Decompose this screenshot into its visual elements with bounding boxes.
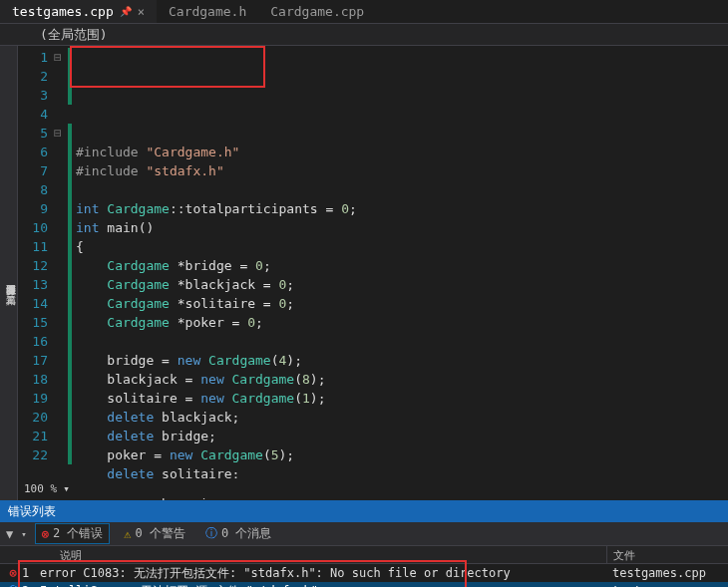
fold-toggle-icon[interactable]: ⊟ [54,48,68,67]
code-line[interactable]: #include "Cardgame.h" [68,143,728,161]
fold-spacer [54,332,68,351]
fold-spacer [54,218,68,237]
error-list-header[interactable]: 错误列表 [0,500,728,522]
line-number: 5 [18,124,48,143]
code-line[interactable]: #include "stdafx.h" [68,161,728,180]
error-icon: ⊗ [0,566,22,580]
filter-icon[interactable]: ▼ [6,527,13,541]
fold-spacer [54,86,68,105]
annotation-box [70,46,265,88]
code-area[interactable]: #include "Cardgame.h"#include "stdafx.h"… [68,46,728,474]
error-icon: ⊗ [42,527,49,541]
change-marker [68,48,72,105]
line-number: 17 [18,351,48,370]
fold-spacer [54,256,68,275]
code-line[interactable]: delete bridge; [68,427,728,445]
fold-spacer [54,105,68,124]
code-line[interactable] [68,332,728,351]
line-number: 1 [18,48,48,67]
code-line[interactable]: Cardgame *poker = 0; [68,313,728,332]
line-number: 11 [18,237,48,256]
fold-spacer [54,427,68,445]
code-line[interactable]: int main() [68,218,728,237]
line-number: 6 [18,143,48,161]
messages-filter-button[interactable]: ⓘ 0 个消息 [199,524,277,543]
errors-count: 2 个错误 [53,525,103,542]
line-number: 19 [18,389,48,408]
fold-spacer [54,143,68,161]
fold-toggle-icon[interactable]: ⊟ [54,124,68,143]
tab-cardgame-h[interactable]: Cardgame.h [157,0,258,23]
line-number: 21 [18,427,48,445]
zoom-value: 100 % [24,482,57,495]
line-gutter: 12345678910111213141516171819202122 [18,46,54,474]
fold-spacer [54,370,68,389]
fold-spacer [54,275,68,294]
error-description: IntelliSense: 无法打开 源 文件 "stdafx.h" [36,583,602,588]
pin-icon[interactable]: 📌 [120,6,132,17]
tab-bar: testgames.cpp📌×Cardgame.hCardgame.cpp [0,0,728,24]
change-marker [68,124,72,464]
fold-spacer [54,351,68,370]
line-number: 13 [18,275,48,294]
error-list-toolbar: ▼ ▾ ⊗ 2 个错误 ⚠ 0 个警告 ⓘ 0 个消息 [0,522,728,546]
fold-column[interactable]: ⊟ ⊟ [54,46,68,474]
tab-label: testgames.cpp [12,4,114,19]
code-line[interactable]: Cardgame *bridge = 0; [68,256,728,275]
info-icon: ⓘ [205,525,217,542]
error-list-title: 错误列表 [8,504,56,518]
code-line[interactable] [68,180,728,199]
warnings-count: 0 个警告 [136,525,185,542]
close-icon[interactable]: × [138,5,145,19]
code-line[interactable]: blackjack = new Cardgame(8); [68,370,728,389]
code-line[interactable]: poker = new Cardgame(5); [68,445,728,464]
line-number: 2 [18,67,48,86]
code-line[interactable]: Cardgame *solitaire = 0; [68,294,728,313]
code-line[interactable]: delete blackjack; [68,408,728,427]
left-tool-label: 服务器资源管理器 工具箱 [5,277,16,288]
fold-spacer [54,389,68,408]
line-number: 7 [18,161,48,180]
dropdown-icon[interactable]: ▾ [21,529,26,539]
code-line[interactable]: solitaire = new Cardgame(1); [68,389,728,408]
col-description[interactable]: 说明 [0,546,606,563]
error-list-body: ⊗1error C1083: 无法打开包括文件: "stdafx.h": No … [0,564,728,587]
fold-spacer [54,67,68,86]
fold-spacer [54,180,68,199]
line-number: 20 [18,408,48,427]
tab-testgames-cpp[interactable]: testgames.cpp📌× [0,0,157,23]
code-line[interactable]: Cardgame *blackjack = 0; [68,275,728,294]
code-editor[interactable]: 12345678910111213141516171819202122 ⊟ ⊟ … [18,46,728,474]
error-file: testgames.cpp [602,566,728,580]
line-number: 4 [18,105,48,124]
fold-spacer [54,161,68,180]
line-number: 9 [18,199,48,218]
messages-count: 0 个消息 [221,525,271,542]
tab-label: Cardgame.cpp [270,4,364,19]
code-line[interactable]: int Cardgame::totalparticipants = 0; [68,199,728,218]
fold-spacer [54,313,68,332]
line-number: 22 [18,445,48,464]
dropdown-icon[interactable]: ▾ [63,482,70,495]
left-tool-strip[interactable]: 服务器资源管理器 工具箱 [0,46,18,514]
errors-filter-button[interactable]: ⊗ 2 个错误 [35,523,111,544]
tab-cardgame-cpp[interactable]: Cardgame.cpp [258,0,376,23]
fold-spacer [54,408,68,427]
line-number: 18 [18,370,48,389]
scope-dropdown[interactable]: (全局范围) [0,24,728,46]
error-list-columns: 说明 文件 [0,546,728,564]
line-number: 15 [18,313,48,332]
col-file[interactable]: 文件 [606,546,728,563]
error-row[interactable]: ⊗1error C1083: 无法打开包括文件: "stdafx.h": No … [0,564,728,582]
code-line[interactable]: { [68,237,728,256]
scope-label: (全局范围) [40,26,108,44]
zoom-bar[interactable]: 100 % ▾ [18,478,728,498]
line-number: 12 [18,256,48,275]
error-row[interactable]: 🛈2IntelliSense: 无法打开 源 文件 "stdafx.h"test… [0,582,728,587]
warnings-filter-button[interactable]: ⚠ 0 个警告 [118,524,191,543]
line-number: 16 [18,332,48,351]
line-number: 3 [18,86,48,105]
error-description: error C1083: 无法打开包括文件: "stdafx.h": No su… [36,565,602,582]
code-line[interactable]: bridge = new Cardgame(4); [68,351,728,370]
fold-spacer [54,294,68,313]
